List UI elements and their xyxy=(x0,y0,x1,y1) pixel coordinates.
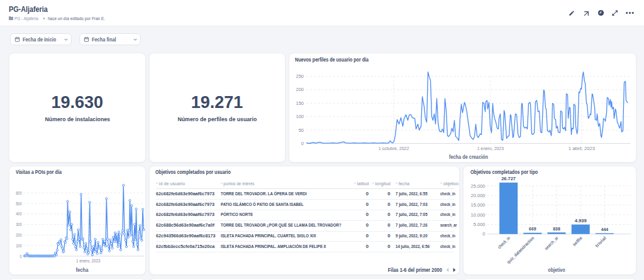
data-point-marker[interactable] xyxy=(119,242,121,244)
table-header-cell[interactable]: ^fecha xyxy=(396,181,409,186)
data-point-marker[interactable] xyxy=(111,247,113,249)
data-point-marker[interactable] xyxy=(143,229,145,230)
table-header-cell[interactable]: ^longitud xyxy=(174,181,391,186)
data-point-marker[interactable] xyxy=(84,251,86,253)
data-point-marker[interactable] xyxy=(87,252,89,254)
data-point-marker[interactable] xyxy=(70,223,72,225)
data-point-marker[interactable] xyxy=(142,208,143,210)
data-point-marker[interactable] xyxy=(129,200,131,202)
data-point-marker[interactable] xyxy=(66,238,68,240)
data-point-marker[interactable] xyxy=(125,245,127,247)
data-point-marker[interactable] xyxy=(61,247,63,249)
data-point-marker[interactable] xyxy=(55,254,57,256)
data-point-marker[interactable] xyxy=(99,245,101,247)
data-point-marker[interactable] xyxy=(109,239,111,240)
data-point-marker[interactable] xyxy=(121,233,123,235)
data-point-marker[interactable] xyxy=(60,239,62,240)
data-point-marker[interactable] xyxy=(102,239,104,240)
data-point-marker[interactable] xyxy=(115,241,117,243)
data-point-marker[interactable] xyxy=(101,249,103,251)
data-point-marker[interactable] xyxy=(136,244,138,245)
bar[interactable] xyxy=(523,233,541,234)
data-point-marker[interactable] xyxy=(139,225,141,227)
bar[interactable] xyxy=(499,183,518,234)
data-point-marker[interactable] xyxy=(59,242,61,244)
data-point-marker[interactable] xyxy=(121,230,123,232)
date-start-filter[interactable]: Fecha de inicio xyxy=(10,33,72,45)
data-point-marker[interactable] xyxy=(85,242,87,244)
data-point-marker[interactable] xyxy=(135,239,136,240)
data-point-marker[interactable] xyxy=(94,239,96,240)
data-point-marker[interactable] xyxy=(116,234,118,235)
data-point-marker[interactable] xyxy=(83,247,85,249)
data-point-marker[interactable] xyxy=(131,205,133,207)
data-point-marker[interactable] xyxy=(106,239,108,240)
more-options-button[interactable] xyxy=(623,7,636,19)
data-point-marker[interactable] xyxy=(78,239,80,240)
data-point-marker[interactable] xyxy=(114,232,116,234)
data-point-marker[interactable] xyxy=(119,249,121,250)
data-point-marker[interactable] xyxy=(80,193,82,195)
bar[interactable] xyxy=(571,225,589,234)
data-point-marker[interactable] xyxy=(103,244,104,245)
data-point-marker[interactable] xyxy=(125,239,126,241)
bar[interactable] xyxy=(547,232,565,234)
data-point-marker[interactable] xyxy=(131,240,133,242)
data-point-marker[interactable] xyxy=(104,240,106,242)
data-point-marker[interactable] xyxy=(97,242,99,244)
data-point-marker[interactable] xyxy=(77,229,79,230)
data-point-marker[interactable] xyxy=(138,231,140,233)
data-point-marker[interactable] xyxy=(137,249,139,250)
data-point-marker[interactable] xyxy=(133,223,135,225)
data-point-marker[interactable] xyxy=(75,249,77,250)
line-series[interactable] xyxy=(306,72,627,144)
data-point-marker[interactable] xyxy=(67,224,69,226)
data-point-marker[interactable] xyxy=(86,247,87,249)
data-point-marker[interactable] xyxy=(130,234,131,236)
data-point-marker[interactable] xyxy=(79,245,81,247)
data-point-marker[interactable] xyxy=(82,238,84,240)
data-point-marker[interactable] xyxy=(96,252,98,254)
data-point-marker[interactable] xyxy=(91,249,92,250)
share-button[interactable] xyxy=(580,7,592,19)
pagination-next-button[interactable] xyxy=(452,267,458,273)
data-point-marker[interactable] xyxy=(67,200,69,202)
edit-button[interactable] xyxy=(565,7,578,19)
data-point-marker[interactable] xyxy=(123,233,125,235)
data-point-marker[interactable] xyxy=(112,236,114,238)
pagination-prev-button[interactable] xyxy=(445,267,451,273)
data-point-marker[interactable] xyxy=(123,185,125,186)
fullscreen-button[interactable] xyxy=(609,7,621,19)
data-point-marker[interactable] xyxy=(91,254,93,256)
data-point-marker[interactable] xyxy=(133,245,135,247)
history-button[interactable] xyxy=(594,7,607,19)
data-point-marker[interactable] xyxy=(70,229,72,230)
data-point-marker[interactable] xyxy=(106,198,108,200)
data-point-marker[interactable] xyxy=(74,234,75,235)
data-point-marker[interactable] xyxy=(104,245,106,247)
data-point-marker[interactable] xyxy=(140,237,142,239)
data-point-marker[interactable] xyxy=(64,242,66,244)
data-point-marker[interactable] xyxy=(118,231,119,233)
data-point-marker[interactable] xyxy=(108,250,110,252)
data-point-marker[interactable] xyxy=(127,236,129,238)
data-point-marker[interactable] xyxy=(69,211,70,213)
data-point-marker[interactable] xyxy=(74,245,76,247)
breadcrumb-folder-link[interactable]: PG - Aljaferia xyxy=(14,16,38,21)
line-series[interactable] xyxy=(25,185,144,256)
table-header-cell[interactable]: ^objetivo xyxy=(440,181,458,186)
bar[interactable] xyxy=(595,233,613,234)
data-point-marker[interactable] xyxy=(89,202,91,203)
data-point-marker[interactable] xyxy=(128,229,130,231)
data-point-marker[interactable] xyxy=(72,239,74,240)
data-point-marker[interactable] xyxy=(117,245,119,247)
data-point-marker[interactable] xyxy=(141,239,143,241)
data-point-marker[interactable] xyxy=(72,242,74,244)
data-point-marker[interactable] xyxy=(89,240,91,242)
data-point-marker[interactable] xyxy=(63,250,65,252)
data-point-marker[interactable] xyxy=(92,245,94,247)
date-end-filter[interactable]: Fecha final xyxy=(79,33,142,45)
data-point-marker[interactable] xyxy=(108,245,109,247)
data-point-marker[interactable] xyxy=(135,208,137,210)
data-point-marker[interactable] xyxy=(100,252,102,254)
